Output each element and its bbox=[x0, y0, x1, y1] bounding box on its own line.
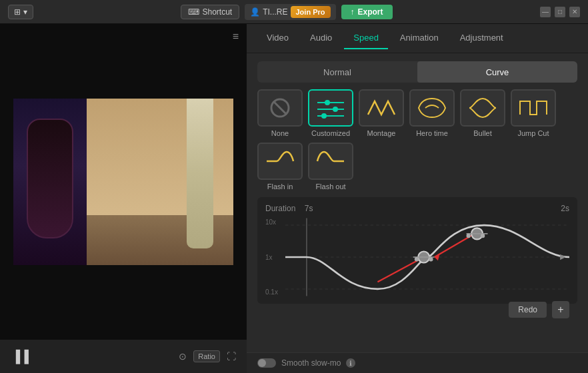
fullscreen-icon: ⛶ bbox=[227, 351, 236, 362]
preset-flash-in-label: Flash in bbox=[267, 183, 293, 190]
curve-chart bbox=[285, 217, 569, 297]
flash-in-svg bbox=[263, 149, 297, 173]
preset-bullet-label: Bullet bbox=[473, 129, 492, 137]
preset-none-label: None bbox=[271, 129, 289, 137]
main-content: ≡ ▐▐ ⊙ Ratio bbox=[0, 24, 588, 373]
preset-jump-cut[interactable]: Jump Cut bbox=[511, 89, 556, 137]
window-controls: — □ ✕ bbox=[540, 7, 580, 17]
monitor-button[interactable]: ⊞ ▾ bbox=[8, 5, 33, 19]
close-button[interactable]: ✕ bbox=[569, 7, 580, 17]
bottom-row: Redo + bbox=[265, 297, 569, 318]
user-avatar: 👤 bbox=[250, 7, 260, 17]
preset-flash-out-label: Flash out bbox=[315, 183, 345, 190]
top-bar: ⊞ ▾ ⌨ Shortcut 👤 TI...RE Join Pro ↑ Expo… bbox=[0, 0, 588, 24]
preset-flash-in-icon bbox=[257, 143, 303, 180]
preset-flash-out[interactable]: Flash out bbox=[308, 143, 353, 190]
info-icon[interactable]: ℹ bbox=[346, 358, 355, 368]
smooth-slowmo-toggle[interactable] bbox=[257, 358, 276, 368]
video-image bbox=[13, 99, 233, 265]
screenshot-icon: ⊙ bbox=[179, 351, 187, 362]
export-icon: ↑ bbox=[351, 7, 355, 17]
y-label-top: 10x bbox=[265, 218, 284, 226]
bullet-svg bbox=[466, 96, 499, 120]
jump-cut-svg bbox=[517, 96, 550, 120]
redo-button[interactable]: Redo bbox=[509, 302, 547, 318]
preset-none[interactable]: None bbox=[257, 89, 303, 137]
normal-toggle-button[interactable]: Normal bbox=[257, 61, 417, 83]
svg-point-5 bbox=[333, 107, 338, 112]
preset-jump-cut-label: Jump Cut bbox=[517, 129, 549, 137]
preset-bullet-icon bbox=[460, 89, 505, 127]
preset-montage-icon bbox=[359, 89, 404, 127]
svg-point-25 bbox=[481, 234, 485, 238]
preset-hero-time-label: Hero time bbox=[416, 129, 448, 137]
svg-line-1 bbox=[273, 101, 287, 115]
tab-adjustment[interactable]: Adjustment bbox=[451, 27, 513, 49]
end-value: 2s bbox=[561, 204, 569, 213]
add-button[interactable]: + bbox=[552, 301, 569, 318]
tab-animation[interactable]: Animation bbox=[391, 27, 448, 49]
preset-hero-time[interactable]: Hero time bbox=[409, 89, 455, 137]
tab-speed[interactable]: Speed bbox=[344, 27, 388, 49]
pause-icon: ▐▐ bbox=[11, 350, 29, 364]
tab-video[interactable]: Video bbox=[257, 27, 298, 49]
top-bar-left: ⊞ ▾ bbox=[8, 5, 33, 19]
guitar-area bbox=[13, 99, 93, 265]
minimize-button[interactable]: — bbox=[540, 7, 551, 17]
curve-header: Duration 7s 2s bbox=[265, 204, 569, 213]
preset-hero-time-icon bbox=[409, 89, 455, 127]
shortcut-button[interactable]: ⌨ Shortcut bbox=[181, 5, 239, 19]
top-bar-center: ⌨ Shortcut 👤 TI...RE Join Pro ↑ Export bbox=[181, 4, 392, 20]
control-right: ⊙ Ratio ⛶ bbox=[179, 350, 236, 362]
y-label-mid: 1x bbox=[265, 254, 284, 261]
user-badge: 👤 TI...RE Join Pro bbox=[245, 4, 335, 20]
curve-toggle-button[interactable]: Curve bbox=[417, 61, 577, 83]
guitar-body bbox=[27, 119, 73, 238]
smooth-slowmo-label: Smooth slow-mo bbox=[281, 358, 341, 368]
preset-none-icon bbox=[257, 89, 303, 127]
curve-area: Duration 7s 2s 10x 1x 0.1x bbox=[257, 197, 577, 304]
hero-time-svg bbox=[415, 96, 449, 120]
preset-flash-in[interactable]: Flash in bbox=[257, 143, 303, 190]
keyboard-icon: ⌨ bbox=[188, 7, 199, 17]
monitor-icon: ⊞ bbox=[14, 7, 21, 17]
svg-point-20 bbox=[429, 257, 433, 261]
maximize-button[interactable]: □ bbox=[555, 7, 565, 17]
preset-jump-cut-icon bbox=[511, 89, 556, 127]
none-svg bbox=[263, 96, 297, 120]
preset-bullet[interactable]: Bullet bbox=[460, 89, 505, 137]
svg-point-24 bbox=[467, 234, 471, 238]
curve-chart-svg bbox=[285, 217, 569, 297]
svg-point-3 bbox=[325, 100, 330, 105]
svg-point-7 bbox=[321, 113, 327, 119]
duration-value: 7s bbox=[305, 204, 313, 213]
customized-svg bbox=[314, 96, 347, 120]
preset-montage[interactable]: Montage bbox=[359, 89, 404, 137]
preset-customized-label: Customized bbox=[311, 129, 350, 137]
duration-label: Duration 7s bbox=[265, 204, 313, 213]
fullscreen-button[interactable]: ⛶ bbox=[227, 351, 236, 362]
ratio-button[interactable]: Ratio bbox=[193, 350, 220, 362]
play-pause-button[interactable]: ▐▐ bbox=[11, 347, 29, 366]
preset-montage-label: Montage bbox=[367, 129, 396, 137]
curve-svg-container: 10x 1x 0.1x bbox=[265, 217, 569, 297]
right-panel: Video Audio Speed Animation Adjustment N… bbox=[247, 24, 588, 373]
tabs-row: Video Audio Speed Animation Adjustment bbox=[247, 24, 588, 53]
menu-icon[interactable]: ≡ bbox=[233, 31, 239, 43]
toggle-dot bbox=[258, 359, 266, 367]
speed-content: Normal Curve None bbox=[247, 53, 588, 352]
room-area bbox=[87, 99, 233, 265]
join-pro-button[interactable]: Join Pro bbox=[291, 6, 331, 18]
user-name: TI...RE bbox=[263, 7, 287, 17]
flash-out-svg bbox=[314, 149, 347, 173]
preset-customized-icon bbox=[308, 89, 353, 127]
presets-grid: None Cust bbox=[257, 89, 577, 190]
curtain bbox=[187, 99, 213, 248]
tab-audio[interactable]: Audio bbox=[301, 27, 341, 49]
monitor-dropdown-icon: ▾ bbox=[23, 7, 27, 17]
video-controls: ▐▐ ⊙ Ratio ⛶ bbox=[0, 340, 247, 373]
preset-customized[interactable]: Customized bbox=[308, 89, 353, 137]
export-button[interactable]: ↑ Export bbox=[341, 5, 393, 19]
preset-flash-out-icon bbox=[308, 143, 353, 180]
screenshot-button[interactable]: ⊙ bbox=[179, 351, 187, 362]
